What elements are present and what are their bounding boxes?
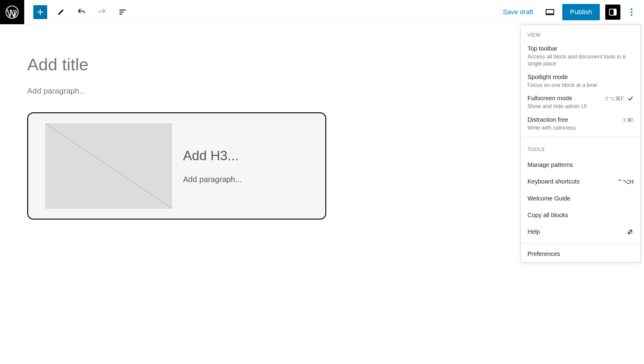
svg-point-4 <box>631 11 632 13</box>
menu-item-label: Help <box>527 228 540 235</box>
menu-item-desc: Access all block and document tools in a… <box>527 53 634 68</box>
menu-item-manage-patterns[interactable]: Manage patterns <box>521 157 640 173</box>
toolbar-left <box>24 5 130 19</box>
toolbar-right: Save draft Publish <box>499 4 644 20</box>
pencil-icon <box>57 8 65 16</box>
options-menu-button[interactable] <box>626 5 637 20</box>
document-overview-button[interactable] <box>116 5 130 19</box>
heading-h3-placeholder[interactable]: Add H3... <box>183 148 308 163</box>
desktop-icon <box>545 7 555 17</box>
svg-rect-2 <box>614 9 616 15</box>
image-placeholder-icon <box>45 123 172 209</box>
menu-item-title: Spotlight mode <box>527 74 634 81</box>
menu-item-title: Top toolbar <box>527 45 634 52</box>
menu-item-spotlight[interactable]: Spotlight mode Focus on one block at a t… <box>521 71 640 92</box>
menu-shortcut: ⇧⌥⌘F <box>604 95 624 102</box>
save-draft-button[interactable]: Save draft <box>499 5 537 19</box>
publish-button[interactable]: Publish <box>562 4 600 20</box>
media-placeholder[interactable] <box>45 123 172 209</box>
top-toolbar: Save draft Publish <box>0 0 644 24</box>
add-block-button[interactable] <box>33 5 47 19</box>
menu-shortcut: ⌃⌥H <box>617 178 634 185</box>
menu-item-desc: Focus on one block at a time <box>527 82 634 89</box>
menu-item-copy-all-blocks[interactable]: Copy all blocks <box>521 207 640 223</box>
menu-item-distraction-free[interactable]: Distraction free Write with calmness ⇧⌘\ <box>521 113 640 134</box>
redo-icon <box>97 8 107 17</box>
menu-item-help[interactable]: Help <box>521 223 640 240</box>
plus-icon <box>36 8 44 16</box>
menu-shortcut: ⇧⌘\ <box>622 117 634 124</box>
svg-point-3 <box>631 8 632 10</box>
menu-item-label: Keyboard shortcuts <box>527 178 580 185</box>
menu-item-top-toolbar[interactable]: Top toolbar Access all block and documen… <box>521 42 640 71</box>
inner-paragraph-placeholder[interactable]: Add paragraph... <box>183 175 308 184</box>
menu-item-fullscreen[interactable]: Fullscreen mode Show and hide admin UI ⇧… <box>521 92 640 113</box>
menu-item-title: Distraction free <box>527 116 618 123</box>
menu-divider <box>521 137 640 137</box>
wordpress-logo-button[interactable] <box>0 0 24 24</box>
menu-item-keyboard-shortcuts[interactable]: Keyboard shortcuts ⌃⌥H <box>521 173 640 190</box>
redo-button[interactable] <box>95 5 109 19</box>
check-icon <box>627 95 634 102</box>
svg-line-6 <box>45 123 172 209</box>
view-preview-button[interactable] <box>543 5 557 19</box>
tools-edit-button[interactable] <box>54 5 68 19</box>
wordpress-icon <box>5 5 19 19</box>
undo-button[interactable] <box>74 5 88 19</box>
svg-point-5 <box>631 14 632 16</box>
sidebar-panel-icon <box>608 8 617 17</box>
menu-item-desc: Write with calmness <box>527 124 618 131</box>
media-text-content: Add H3... Add paragraph... <box>183 123 308 209</box>
menu-section-tools-label: TOOLS <box>521 140 640 157</box>
menu-item-label: Copy all blocks <box>527 212 568 219</box>
options-dropdown-menu: VIEW Top toolbar Access all block and do… <box>521 25 641 263</box>
kebab-icon <box>630 8 633 17</box>
menu-item-label: Preferences <box>527 250 560 257</box>
external-link-icon <box>626 228 634 236</box>
menu-item-welcome-guide[interactable]: Welcome Guide <box>521 190 640 207</box>
list-overview-icon <box>118 8 127 16</box>
menu-item-label: Welcome Guide <box>527 195 570 202</box>
menu-item-label: Manage patterns <box>527 161 573 168</box>
menu-item-title: Fullscreen mode <box>527 95 600 102</box>
menu-section-view-label: VIEW <box>521 25 640 42</box>
settings-sidebar-button[interactable] <box>605 5 620 20</box>
menu-divider <box>521 243 640 243</box>
menu-item-desc: Show and hide admin UI <box>527 103 600 110</box>
menu-item-preferences[interactable]: Preferences <box>521 246 640 262</box>
undo-icon <box>77 8 86 17</box>
media-text-block[interactable]: Add H3... Add paragraph... <box>27 112 326 220</box>
